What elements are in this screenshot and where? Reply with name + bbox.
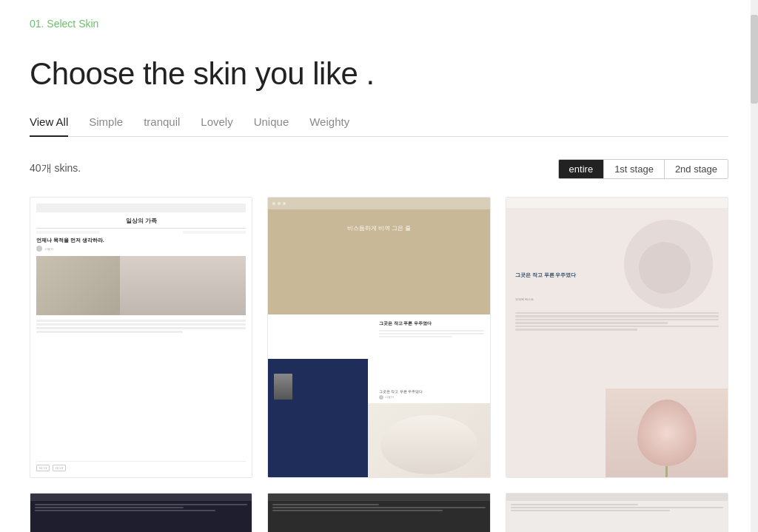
sp2-r-line-3 xyxy=(379,336,452,337)
stage-1st-button[interactable]: 1st stage xyxy=(603,160,664,178)
sp1-line-1 xyxy=(36,320,246,322)
sp1-heading: 언제나 목적을 먼저 생각하라. xyxy=(36,237,246,243)
tab-weighty[interactable]: Weighty xyxy=(309,115,349,137)
stage-entire-button[interactable]: entire xyxy=(559,160,604,178)
sp1-tag-1: 태그1 xyxy=(36,465,50,471)
skin-count: 40개 skins. xyxy=(30,162,81,175)
scrollbar-thumb[interactable] xyxy=(751,15,758,104)
tab-lovely[interactable]: Lovely xyxy=(201,115,232,137)
step-label: 01. Select Skin xyxy=(30,18,728,30)
bp-line-5-3 xyxy=(272,510,443,511)
skins-grid: 일상의 가족 언제나 목적을 먼저 생각하라. 사용자 xyxy=(30,197,728,533)
sp3-t-line-6 xyxy=(515,329,637,331)
stage-2nd-button[interactable]: 2nd stage xyxy=(664,160,728,178)
skin-preview-6 xyxy=(506,494,728,533)
sp3-t-line-1 xyxy=(515,312,719,314)
bp-line-5-1 xyxy=(272,504,379,505)
sp1-author-name: 사용자 xyxy=(44,247,53,251)
skin-card-2[interactable]: 비스듬하게 비껴 그은 줄 그곳은 작고 푸른 우주였다 xyxy=(267,197,490,478)
skin-preview-4 xyxy=(30,494,252,533)
sp1-line-2 xyxy=(36,323,246,326)
sp3-t-line-4 xyxy=(515,322,668,324)
sp1-footer-divider xyxy=(36,461,246,462)
sp1-footer-meta: 태그1 태그2 xyxy=(36,465,246,471)
sp3-text-block xyxy=(515,312,719,332)
sp2-content-area: 그곳은 작고 푸른 우주였다 그곳은 작고 푸른 우주였다 사용자 xyxy=(268,314,489,477)
sp2-r-lines xyxy=(379,330,484,337)
skin-card-3[interactable]: 그곳은 작고 푸른 우주였다 부제목 텍스트 xyxy=(506,197,728,478)
tab-simple[interactable]: Simple xyxy=(89,115,123,137)
sp2-dot-3 xyxy=(283,202,286,205)
page-title: Choose the skin you like . xyxy=(30,56,728,92)
sp2-auth-name: 사용자 xyxy=(385,395,394,399)
tab-navigation: View All Simple tranquil Lovely Unique W… xyxy=(30,115,728,137)
stage-buttons: entire 1st stage 2nd stage xyxy=(558,159,728,179)
sp3-flower xyxy=(606,388,728,477)
bp-line-6-2 xyxy=(511,507,723,508)
skin-preview-1: 일상의 가족 언제나 목적을 먼저 생각하라. 사용자 xyxy=(30,198,252,477)
sp1-image xyxy=(36,256,246,315)
skin-card-6[interactable] xyxy=(506,493,728,533)
sp1-line-4 xyxy=(36,331,183,333)
filter-row: 40개 skins. entire 1st stage 2nd stage xyxy=(30,159,728,179)
sp3-heading: 그곳은 작고 푸른 우주였다 xyxy=(515,272,654,279)
sp2-hero-text: 비스듬하게 비껴 그은 줄 xyxy=(268,209,489,240)
sp3-sub: 부제목 텍스트 xyxy=(515,297,534,301)
sp2-dot-2 xyxy=(278,202,281,205)
skin-card-1[interactable]: 일상의 가족 언제나 목적을 먼저 생각하라. 사용자 xyxy=(30,197,252,478)
sp2-auth-dot xyxy=(379,395,383,400)
sp3-topbar xyxy=(506,198,728,208)
sp3-stem xyxy=(665,466,668,477)
bp-line-4-1 xyxy=(35,504,247,505)
sp1-meta-text-2 xyxy=(183,231,246,234)
sp2-footer-area: 그곳은 작고 푸른 우주였다 사용자 xyxy=(379,389,484,400)
sp1-line-3 xyxy=(36,327,246,329)
sp1-author: 사용자 xyxy=(36,246,246,252)
bp-line-4-3 xyxy=(35,510,215,511)
sp1-divider xyxy=(36,228,246,229)
sp1-meta-text-1 xyxy=(36,231,99,234)
bp-content-6 xyxy=(506,501,728,516)
skin-preview-2: 비스듬하게 비껴 그은 줄 그곳은 작고 푸른 우주였다 xyxy=(268,198,489,477)
sp1-title: 일상의 가족 xyxy=(36,217,246,225)
bp-content-5 xyxy=(268,501,489,516)
bp-topbar-4 xyxy=(30,494,252,501)
bp-topbar-5 xyxy=(268,494,489,501)
sp1-tag-2: 태그2 xyxy=(53,465,66,471)
sp2-auth: 사용자 xyxy=(379,395,484,400)
sp2-topbar xyxy=(268,198,489,209)
sp1-meta xyxy=(36,231,246,234)
sp2-r-line-2 xyxy=(379,333,484,334)
sp3-t-line-2 xyxy=(515,315,719,317)
sp3-circle-small xyxy=(639,242,691,294)
skin-preview-3: 그곳은 작고 푸른 우주였다 부제목 텍스트 xyxy=(506,198,728,477)
tab-view-all[interactable]: View All xyxy=(30,115,68,137)
bp-content-4 xyxy=(30,501,252,516)
sp1-topbar xyxy=(36,203,246,212)
sp2-subtitle: 그곳은 작고 푸른 우주였다 xyxy=(379,389,484,394)
skin-card-5[interactable] xyxy=(267,493,490,533)
scrollbar[interactable] xyxy=(751,0,758,532)
bp-line-4-2 xyxy=(35,507,184,508)
sp1-footer: 태그1 태그2 xyxy=(36,461,246,471)
sp2-food-inner xyxy=(380,415,478,474)
sp2-profile xyxy=(274,374,292,400)
sp2-right-content: 그곳은 작고 푸른 우주였다 xyxy=(379,320,484,337)
sp1-text-lines xyxy=(36,320,246,333)
sp2-food-image xyxy=(368,403,490,477)
page-wrapper: 01. Select Skin Choose the skin you like… xyxy=(0,0,758,532)
sp3-flower-inner xyxy=(637,400,697,466)
bp-line-5-2 xyxy=(272,507,485,508)
sp3-t-line-5 xyxy=(515,326,719,328)
sp2-dot-1 xyxy=(272,202,275,205)
skin-card-4[interactable] xyxy=(30,493,252,533)
sp2-r-line-1 xyxy=(379,330,484,331)
sp3-t-line-3 xyxy=(515,319,719,321)
tab-tranquil[interactable]: tranquil xyxy=(144,115,180,137)
sp2-navy-block xyxy=(268,359,368,477)
sp1-avatar xyxy=(36,246,42,252)
sp1-image-inner xyxy=(120,256,246,315)
tab-unique[interactable]: Unique xyxy=(254,115,289,137)
bp-line-6-1 xyxy=(511,504,638,505)
sp2-r-heading: 그곳은 작고 푸른 우주였다 xyxy=(379,320,484,327)
